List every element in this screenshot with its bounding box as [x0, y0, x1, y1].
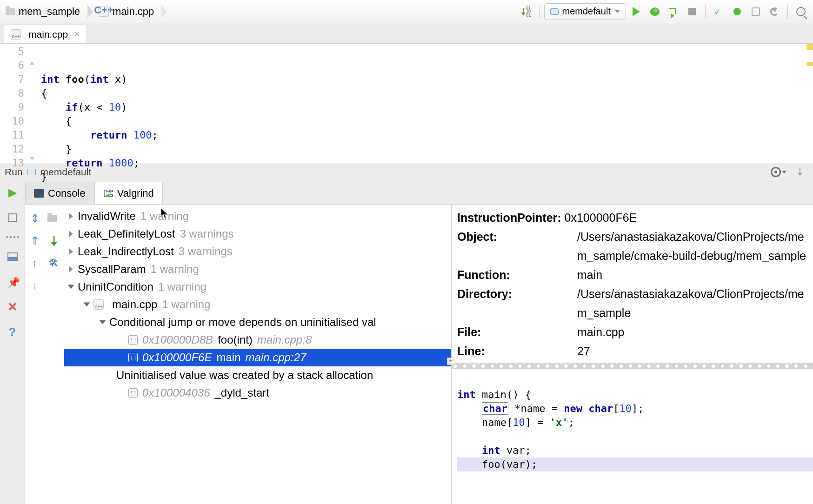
vcs-commit-button[interactable] [729, 3, 746, 20]
top-toolbar: mem_sample C++ main.cpp 011001 memdefaul… [0, 0, 813, 23]
step-into-button[interactable] [665, 3, 682, 20]
run-panel-content: ⇕ ⇑ ↑ 🛠 ↓ InvalidWrite 1 warning Leak_De… [25, 205, 813, 504]
valgrind-icon [103, 189, 113, 198]
expand-toggle-icon[interactable] [69, 231, 73, 237]
pushpin-icon: 📌 [7, 277, 18, 287]
expand-toggle-icon[interactable] [69, 248, 73, 255]
details-key-ip: InstructionPointer: 0x100000F6E [457, 208, 577, 227]
vcs-diff-icon [752, 7, 760, 16]
valgrind-details-pane: InstructionPointer: 0x100000F6E Object: … [451, 205, 813, 504]
details-key-line: Line: [457, 342, 577, 361]
expand-toggle-icon[interactable] [69, 266, 73, 272]
next-button[interactable]: ↓ [28, 279, 42, 292]
tab-valgrind[interactable]: Valgrind [94, 182, 163, 204]
download-button[interactable] [47, 234, 61, 248]
details-key-directory: Directory: [457, 285, 577, 323]
editor-error-stripe[interactable] [806, 44, 813, 163]
tree-submessage-stackalloc[interactable]: Uninitialised value was created by a sta… [64, 366, 451, 384]
stop-button[interactable] [684, 3, 700, 20]
tree-category-uninitcondition[interactable]: UninitCondition 1 warning [64, 278, 451, 296]
expand-toggle-icon[interactable] [68, 285, 74, 289]
run-panel-body: ▶ 📌 ✕ ? Console Valgrind ⇕ [0, 181, 813, 504]
details-val-file: main.cpp [577, 323, 808, 342]
valgrind-tool-column: ⇕ ⇑ ↑ 🛠 ↓ [25, 205, 64, 504]
tab-valgrind-label: Valgrind [117, 187, 154, 199]
editor-tab-label: main.cpp [28, 29, 68, 40]
tab-console[interactable]: Console [25, 182, 94, 204]
tree-stack-frame-2[interactable]: ⬚ 0x100004036 _dyld_start [64, 384, 451, 402]
close-tab-icon[interactable]: × [74, 29, 80, 40]
layout-button[interactable] [6, 250, 19, 263]
valgrind-tree[interactable]: InvalidWrite 1 warning Leak_DefinitelyLo… [64, 205, 451, 504]
stackframe-icon: ⬚ [128, 353, 138, 362]
source-preview[interactable]: int main() { char *name = new char[10]; … [452, 369, 813, 504]
expand-toggle-icon[interactable] [69, 213, 73, 219]
highlighted-line: foo(var); [457, 458, 813, 471]
tree-category-invalidwrite[interactable]: InvalidWrite 1 warning [64, 207, 451, 225]
tree-category-leak-definitelylost[interactable]: Leak_DefinitelyLost 3 warnings [64, 225, 451, 243]
expand-toggle-icon[interactable] [84, 303, 90, 307]
details-val-line: 27 [577, 342, 808, 361]
help-button[interactable]: ? [6, 325, 19, 338]
preview-splitter[interactable] [452, 363, 813, 369]
tree-category-leak-indirectlylost[interactable]: Leak_IndirectlyLost 3 warnings [64, 243, 451, 260]
rerun-button[interactable]: ▶ [6, 186, 19, 199]
cpp-file-icon: C++ [99, 7, 109, 17]
settings-button[interactable]: 🛠 [47, 256, 61, 270]
tree-message-conditional-jump[interactable]: Conditional jump or move depends on unin… [64, 313, 451, 331]
search-icon [796, 7, 806, 16]
run-main-area: Console Valgrind ⇕ ⇑ ↑ 🛠 ↓ [25, 181, 813, 504]
configuration-icon [27, 169, 36, 175]
undo-button[interactable] [766, 3, 783, 20]
collapse-all-button[interactable]: ⇕ [28, 212, 42, 225]
close-button[interactable]: ✕ [6, 300, 19, 313]
tree-stack-frame-1-selected[interactable]: ⬚ 0x100000F6E main main.cpp:27 [64, 349, 451, 366]
tree-file-main-cpp[interactable]: C++ main.cpp 1 warning [64, 296, 451, 313]
open-folder-button[interactable] [47, 212, 61, 225]
expand-toggle-icon[interactable] [100, 320, 106, 325]
chevron-down-icon [782, 171, 786, 173]
run-configuration-label: memdefault [562, 6, 611, 17]
breadcrumb-file[interactable]: C++ main.cpp [93, 0, 161, 23]
vcs-diff-button[interactable] [747, 3, 764, 20]
close-icon: ✕ [7, 300, 18, 314]
run-button[interactable] [628, 3, 645, 20]
gear-icon [771, 167, 781, 177]
code-editor[interactable]: 5678910111213 int foo(int x) { if(x < 10… [0, 44, 813, 163]
fold-column[interactable] [30, 44, 41, 163]
vcs-checkout-button[interactable]: ✓ [710, 3, 727, 20]
editor-tab-main-cpp[interactable]: C++ main.cpp × [4, 25, 87, 43]
fold-open-icon[interactable] [30, 61, 34, 65]
gear-wrench-icon: 🛠 [49, 257, 59, 269]
details-key-file: File: [457, 323, 577, 342]
breadcrumb-file-label: main.cpp [113, 6, 154, 18]
prev-button[interactable]: ↑ [28, 256, 42, 270]
details-val-ip: 0x100000F6E [565, 211, 637, 224]
chevron-down-icon [614, 10, 620, 13]
run-configuration-selector[interactable]: memdefault [544, 3, 626, 20]
editor-gutter: 5678910111213 [0, 44, 30, 163]
search-everywhere-button[interactable] [793, 3, 809, 20]
expand-up-button[interactable]: ⇑ [28, 234, 42, 248]
cpp-file-icon: C++ [93, 299, 104, 310]
details-key-object: Object: [457, 227, 577, 265]
folder-icon [47, 215, 57, 222]
editor-code[interactable]: int foo(int x) { if(x < 10) { return 100… [41, 44, 158, 163]
frame-details-table: InstructionPointer: 0x100000F6E Object: … [452, 205, 813, 363]
help-icon: ? [9, 325, 16, 339]
debug-button[interactable] [646, 3, 663, 20]
pin-button[interactable]: 📌 [6, 275, 19, 288]
run-panel-settings-button[interactable] [770, 164, 787, 180]
stripe-marker[interactable] [806, 62, 813, 66]
run-panel-download-button[interactable] [792, 164, 808, 180]
fold-close-icon[interactable] [30, 157, 34, 160]
tree-stack-frame-0[interactable]: ⬚ 0x100000D8B foo(int) main.cpp:8 [64, 331, 451, 349]
stripe-marker[interactable] [806, 44, 813, 50]
breadcrumb-project[interactable]: mem_sample [0, 0, 87, 23]
vcs-dot-icon [733, 8, 741, 15]
tree-category-syscallparam[interactable]: SyscallParam 1 warning [64, 260, 451, 278]
layout-icon [7, 252, 18, 261]
stop-run-button[interactable] [6, 211, 19, 224]
download-binary-button[interactable]: 011001 [518, 3, 534, 20]
download-icon [521, 8, 526, 15]
